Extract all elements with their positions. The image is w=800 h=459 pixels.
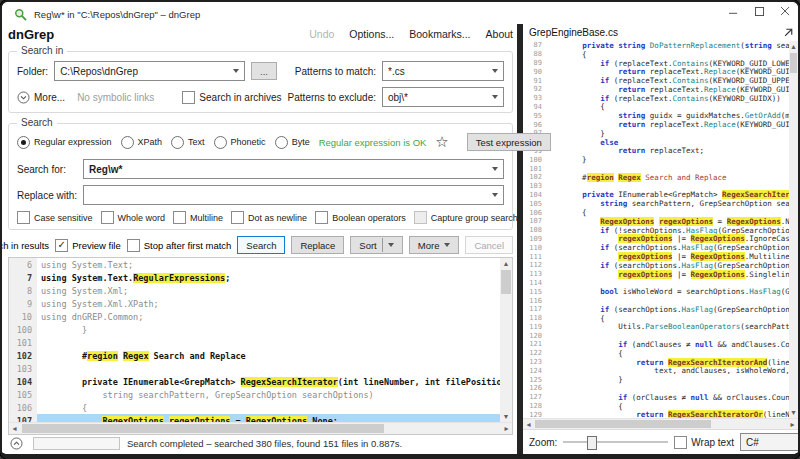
minimize-button[interactable] — [728, 6, 738, 16]
search-in-results-checkbox[interactable]: Search in results — [0, 239, 49, 252]
radio-byte[interactable]: Byte — [275, 136, 310, 149]
radio-text[interactable]: Text — [171, 136, 205, 149]
scrollbar-thumb[interactable] — [790, 53, 797, 73]
scroll-right-arrow[interactable]: ▸ — [787, 419, 798, 429]
menu-bookmarks[interactable]: Bookmarks... — [409, 28, 470, 40]
browse-folder-button[interactable]: ... — [251, 62, 277, 80]
patterns-match-value: *.cs — [388, 66, 492, 77]
preview-file-checkbox[interactable]: Preview file — [55, 239, 121, 252]
wrap-text-checkbox[interactable]: Wrap text — [674, 436, 734, 449]
option-label: Multiline — [190, 213, 223, 223]
code-line: 129 return RegexSearchIteratorOr(lineNum — [523, 410, 789, 418]
preview-code[interactable]: 87 private string DoPatternReplacement(s… — [523, 41, 789, 418]
whole-word-checkbox[interactable]: Whole word — [101, 211, 166, 224]
dot-as-newline-checkbox[interactable]: Dot as newline — [231, 211, 307, 224]
sort-split-button[interactable]: Sort — [350, 236, 402, 254]
scroll-left-arrow[interactable]: ◂ — [523, 419, 534, 429]
code-line: 104 private IEnumerable<GrepMatch> Regex… — [9, 375, 500, 388]
boolean-operators-checkbox[interactable]: Boolean operators — [315, 211, 406, 224]
replace-with-combobox[interactable] — [83, 185, 504, 205]
case-sensitive-checkbox[interactable]: Case sensitive — [17, 211, 93, 224]
search-for-combobox[interactable]: Reg\w* — [83, 159, 504, 179]
chevron-down-icon — [492, 69, 498, 73]
test-expression-button[interactable]: Test expression — [467, 133, 551, 151]
more-toggle[interactable]: More... — [17, 91, 65, 104]
results-vertical-scrollbar[interactable]: ▲ ▼ — [500, 258, 512, 422]
scrollbar-thumb[interactable] — [22, 424, 384, 433]
favorite-star-icon[interactable]: ☆ — [435, 136, 448, 148]
radio-label: XPath — [138, 137, 163, 147]
checkbox-box — [127, 239, 140, 252]
menu-undo[interactable]: Undo — [309, 28, 334, 40]
capture-group-search-checkbox[interactable]: Capture group search — [414, 211, 518, 224]
open-external-icon — [783, 28, 793, 38]
folder-combobox[interactable]: C:\Repos\dnGrep — [54, 61, 245, 81]
search-in-archives-checkbox[interactable]: Search in archives — [182, 91, 281, 104]
radio-xpath[interactable]: XPath — [121, 136, 163, 149]
code-line: 110 if (searchOptions.HasFlag(GrepSearch… — [523, 243, 789, 252]
code-line: 10using dnGREP.Common; — [9, 310, 500, 323]
scrollbar-thumb[interactable] — [501, 270, 511, 294]
scroll-up-arrow[interactable]: ▲ — [789, 41, 798, 52]
replace-button[interactable]: Replace — [291, 236, 344, 254]
scroll-right-arrow[interactable]: ▸ — [501, 423, 512, 434]
code-line: 124 text, andClauses, isWholeWord, se — [523, 366, 789, 375]
checkbox-box — [17, 211, 30, 224]
option-label: Capture group search — [431, 213, 518, 223]
code-line: 95 string guidx = guidxMatches.GetOrAdd(… — [523, 111, 789, 120]
checkbox-box — [231, 211, 244, 224]
app-title: dnGrep — [8, 27, 54, 42]
code-line: 120 — [523, 331, 789, 340]
code-line: 117 if (searchOptions.HasFlag(GrepSearch… — [523, 305, 789, 314]
slider-thumb[interactable] — [587, 436, 597, 450]
progress-bar — [33, 437, 120, 450]
patterns-match-combobox[interactable]: *.cs — [382, 61, 504, 81]
code-line: 113 regexOptions |= RegexOptions.Singlel… — [523, 270, 789, 279]
menu-options[interactable]: Options... — [349, 28, 394, 40]
replace-with-label: Replace with: — [17, 190, 77, 201]
folder-label: Folder: — [17, 66, 48, 77]
results-horizontal-scrollbar[interactable]: ◂ ▸ — [9, 422, 512, 434]
slider-track — [563, 441, 668, 443]
scroll-up-arrow[interactable]: ▲ — [500, 258, 512, 269]
search-for-value: Reg\w* — [89, 164, 492, 175]
patterns-exclude-combobox[interactable]: obj\* — [382, 87, 504, 107]
window-content: dnGrep Undo Options... Bookmarks... Abou… — [2, 24, 798, 454]
more-dropdown-button[interactable]: More — [409, 236, 460, 254]
multiline-checkbox[interactable]: Multiline — [173, 211, 223, 224]
radio-dot — [17, 136, 30, 149]
title-bar[interactable]: Reg\w* in "C:\Repos\dnGrep" – dnGrep — [2, 2, 798, 24]
code-line: 111 regexOptions |= RegexOptions.Multili… — [523, 252, 789, 261]
scroll-down-arrow[interactable]: ▼ — [789, 407, 798, 418]
chevron-down-icon — [233, 69, 239, 73]
menu-about[interactable]: About — [486, 28, 513, 40]
main-panel: dnGrep Undo Options... Bookmarks... Abou… — [2, 24, 517, 454]
code-line: 96 return replaceText.Replace(KEYWORD_GU… — [523, 120, 789, 129]
scroll-left-arrow[interactable]: ◂ — [9, 423, 20, 434]
code-line: 87 private string DoPatternReplacement(s… — [523, 41, 789, 50]
regex-status-message: Regular expression is OK — [319, 137, 427, 148]
preview-vertical-scrollbar[interactable]: ▲ ▼ — [789, 41, 798, 418]
code-line: 126 — [523, 384, 789, 393]
open-external-button[interactable] — [783, 28, 793, 38]
code-line: 100 } — [523, 155, 789, 164]
search-groupbox: Search Regular expression XPath Text — [8, 123, 513, 230]
syntax-combobox[interactable]: C# — [740, 433, 800, 451]
code-line: 8using System.Xml; — [9, 284, 500, 297]
maximize-button[interactable] — [754, 6, 764, 16]
stop-after-first-match-checkbox[interactable]: Stop after first match — [127, 239, 232, 252]
preview-horizontal-scrollbar[interactable]: ◂ ▸ — [523, 418, 798, 429]
chevron-down-icon — [444, 243, 450, 247]
results-code[interactable]: 6using System.Text;7using System.Text.Re… — [9, 258, 500, 422]
scroll-down-arrow[interactable]: ▼ — [500, 411, 512, 422]
code-line: 104 private IEnumerable<GrepMatch> Regex… — [523, 191, 789, 200]
scrollbar-thumb[interactable] — [535, 420, 711, 428]
code-line: 97 } — [523, 129, 789, 138]
chevron-down-icon — [492, 167, 498, 171]
zoom-slider[interactable] — [563, 435, 668, 449]
search-button[interactable]: Search — [237, 236, 285, 254]
circle-chevron-up-icon[interactable] — [10, 437, 23, 450]
radio-phonetic[interactable]: Phonetic — [214, 136, 266, 149]
close-button[interactable] — [780, 6, 790, 16]
radio-regular-expression[interactable]: Regular expression — [17, 136, 112, 149]
